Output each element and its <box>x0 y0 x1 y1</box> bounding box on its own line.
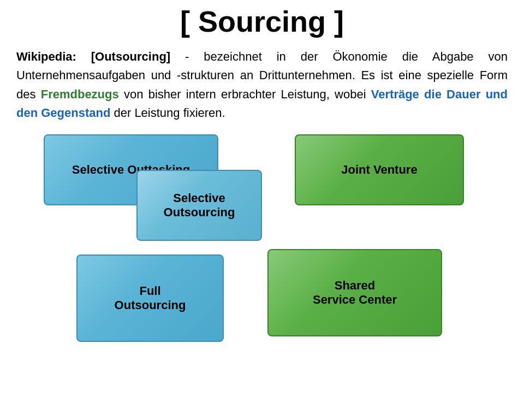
selective-outsourcing-label: SelectiveOutsourcing <box>164 191 235 220</box>
box-joint-venture: Joint Venture <box>295 134 464 205</box>
page-title: [ Sourcing ] <box>16 5 508 38</box>
shared-service-center-label: SharedService Center <box>313 279 397 307</box>
box-selective-outsourcing: SelectiveOutsourcing <box>136 170 262 241</box>
diagram-area: Selective Outtasking SelectiveOutsourcin… <box>27 134 497 347</box>
description-paragraph: Wikipedia: [Outsourcing] - bezeichnet in… <box>16 48 508 122</box>
description-section: Wikipedia: [Outsourcing] - bezeichnet in… <box>16 48 508 122</box>
full-outsourcing-label: FullOutsourcing <box>115 284 186 312</box>
joint-venture-label: Joint Venture <box>341 163 417 177</box>
page-container: [ Sourcing ] Wikipedia: [Outsourcing] - … <box>0 0 524 420</box>
box-full-outsourcing: FullOutsourcing <box>76 255 224 342</box>
box-shared-service-center: SharedService Center <box>267 249 442 336</box>
highlight-fremdbezugs: Fremdbezugs <box>41 87 119 101</box>
title-section: [ Sourcing ] <box>16 5 508 38</box>
